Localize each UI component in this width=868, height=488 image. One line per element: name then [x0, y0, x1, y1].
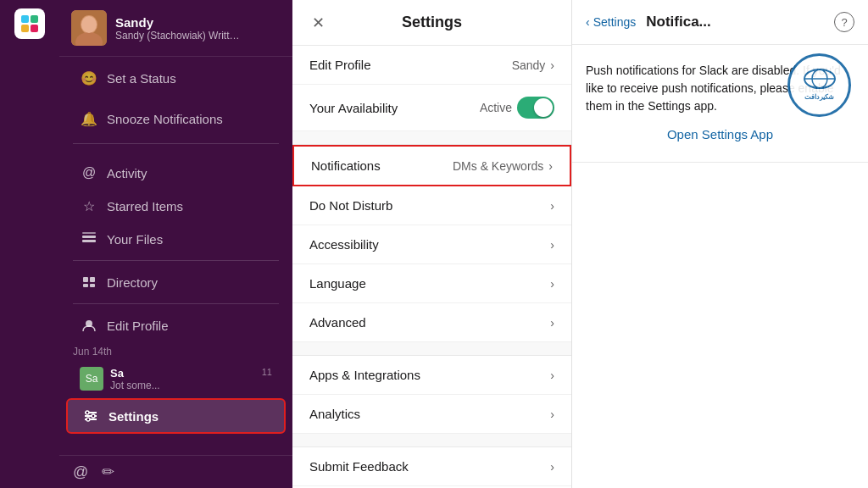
bell-icon: 🔔: [80, 109, 98, 128]
accessibility-label: Accessibility: [309, 237, 379, 252]
back-label: Settings: [593, 15, 637, 29]
svg-rect-12: [90, 277, 95, 282]
availability-toggle[interactable]: [517, 97, 554, 119]
chat-time: 11: [262, 367, 272, 380]
dnd-label: Do Not Disturb: [309, 198, 392, 213]
activity-label: Activity: [107, 166, 147, 180]
settings-item-right: ›: [550, 238, 554, 252]
settings-item-feedback[interactable]: Submit Feedback ›: [292, 447, 571, 486]
settings-item-right: ›: [550, 316, 554, 330]
settings-item-do-not-disturb[interactable]: Do Not Disturb ›: [292, 186, 571, 225]
settings-item-right: ›: [550, 460, 554, 474]
svg-rect-9: [82, 240, 96, 242]
availability-value: Active: [480, 101, 512, 114]
settings-header: ✕ Settings: [292, 0, 571, 46]
svg-rect-2: [21, 25, 29, 32]
settings-item-availability[interactable]: Your Availability Active: [292, 85, 571, 131]
notification-panel: ‹ Settings Notifica... ? Push notificati…: [572, 0, 868, 488]
edit-profile-label: Edit Profile: [107, 319, 169, 333]
chevron-right-icon: ›: [550, 58, 554, 72]
svg-point-21: [86, 418, 90, 421]
sidebar-item-edit-profile[interactable]: Edit Profile: [66, 309, 286, 341]
back-button[interactable]: ‹ Settings: [586, 15, 636, 29]
avatar-image: [71, 10, 107, 46]
starred-label: Starred Items: [107, 199, 183, 214]
settings-item-right: ›: [550, 277, 554, 291]
close-icon: ✕: [312, 14, 325, 32]
chat-name: Sa: [110, 367, 124, 380]
chevron-right-icon: ›: [550, 277, 554, 291]
chat-item[interactable]: Sa Sa 11 Jot some...: [66, 362, 286, 396]
settings-item-left: Accessibility: [309, 237, 379, 252]
svg-rect-14: [90, 284, 95, 287]
sidebar-item-activity[interactable]: @ Activity: [66, 157, 286, 189]
settings-item-left: Edit Profile: [309, 58, 371, 72]
help-button[interactable]: ?: [834, 12, 854, 32]
settings-item-analytics[interactable]: Analytics ›: [292, 395, 571, 434]
settings-item-notifications[interactable]: Notifications DMs & Keywords ›: [292, 145, 571, 186]
user-info: Sandy Sandy (Stachowiak) Written...: [115, 15, 281, 42]
settings-title: Settings: [402, 14, 462, 31]
chevron-right-icon: ›: [550, 460, 554, 474]
sidebar-item-directory[interactable]: Directory: [66, 266, 286, 298]
nav-divider-3: [73, 303, 279, 304]
sidebar-item-files[interactable]: Your Files: [66, 223, 286, 255]
sidebar-item-starred[interactable]: ☆ Starred Items: [66, 190, 286, 222]
snooze-notifications-button[interactable]: 🔔 Snooze Notifications: [66, 101, 286, 136]
slack-logo[interactable]: [14, 8, 45, 39]
advanced-label: Advanced: [309, 315, 366, 330]
edit-profile-setting-label: Edit Profile: [309, 58, 371, 72]
settings-close-button[interactable]: ✕: [306, 11, 330, 35]
notifications-value: DMs & Keywords: [453, 159, 543, 173]
set-status-button[interactable]: 😊 Set a Status: [66, 60, 286, 96]
settings-label: Settings: [108, 409, 159, 424]
watermark: شکیردافت: [787, 53, 851, 117]
chevron-right-icon: ›: [548, 159, 553, 173]
settings-item-advanced[interactable]: Advanced ›: [292, 303, 571, 342]
apps-label: Apps & Integrations: [309, 368, 420, 382]
settings-item-left: Submit Feedback: [309, 459, 409, 474]
snooze-label: Snooze Notifications: [107, 112, 223, 126]
settings-item-left: Advanced: [309, 315, 366, 330]
app-bar: [0, 0, 59, 488]
section-gap-3: [292, 434, 571, 447]
svg-rect-0: [21, 15, 29, 23]
chevron-right-icon: ›: [550, 369, 554, 382]
edit-profile-value: Sandy: [512, 58, 546, 72]
settings-item-left: Your Availability: [309, 101, 398, 115]
notifications-label: Notifications: [311, 158, 381, 173]
mention-icon[interactable]: @: [73, 463, 88, 481]
settings-item-accessibility[interactable]: Accessibility ›: [292, 225, 571, 264]
settings-item-edit-profile[interactable]: Edit Profile Sandy ›: [292, 46, 571, 85]
section-gap-2: [292, 342, 571, 356]
date-label: Jun 14th: [59, 342, 292, 361]
compose-icon[interactable]: ✏: [102, 463, 114, 481]
user-subtitle: Sandy (Stachowiak) Written...: [115, 30, 242, 42]
status-icon: 😊: [80, 69, 98, 87]
svg-rect-13: [83, 284, 88, 287]
settings-item-right: ›: [550, 408, 554, 421]
chevron-right-icon: ›: [550, 408, 554, 421]
chat-preview: Jot some...: [110, 380, 272, 391]
settings-item-left: Notifications: [311, 158, 381, 173]
svg-rect-11: [83, 277, 88, 282]
settings-item-right: Active: [480, 97, 554, 119]
sidebar-item-settings[interactable]: Settings: [66, 398, 286, 434]
open-settings-link[interactable]: Open Settings App: [586, 125, 854, 145]
chevron-right-icon: ›: [550, 316, 554, 330]
settings-item-language[interactable]: Language ›: [292, 264, 571, 303]
files-icon: [80, 230, 98, 248]
directory-icon: [80, 273, 98, 291]
files-label: Your Files: [107, 232, 163, 247]
settings-item-left: Apps & Integrations: [309, 368, 420, 382]
settings-item-left: Do Not Disturb: [309, 198, 392, 213]
watermark-text: شکیردافت: [804, 94, 834, 102]
settings-item-apps[interactable]: Apps & Integrations ›: [292, 356, 571, 395]
svg-rect-10: [82, 232, 96, 234]
availability-label: Your Availability: [309, 101, 398, 115]
svg-point-20: [92, 414, 95, 418]
analytics-label: Analytics: [309, 407, 360, 421]
language-label: Language: [309, 276, 366, 291]
user-header[interactable]: Sandy Sandy (Stachowiak) Written...: [59, 0, 292, 57]
back-chevron-icon: ‹: [586, 15, 590, 29]
